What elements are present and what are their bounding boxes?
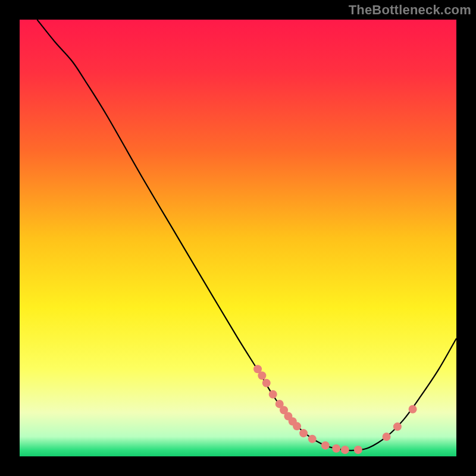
attribution-text: TheBottleneck.com bbox=[349, 2, 471, 18]
data-marker bbox=[258, 371, 266, 380]
gradient-rect bbox=[20, 20, 456, 456]
chart-svg bbox=[20, 20, 456, 456]
data-marker bbox=[293, 422, 301, 430]
data-marker bbox=[332, 444, 340, 453]
data-marker bbox=[321, 441, 330, 450]
data-marker bbox=[308, 435, 317, 443]
chart-frame: TheBottleneck.com bbox=[0, 0, 476, 476]
plot-area bbox=[20, 20, 456, 456]
data-marker bbox=[341, 446, 349, 454]
data-marker bbox=[354, 446, 362, 454]
data-marker bbox=[409, 405, 417, 414]
data-marker bbox=[299, 429, 308, 437]
data-marker bbox=[393, 422, 402, 431]
data-marker bbox=[262, 379, 271, 387]
data-marker bbox=[269, 390, 277, 399]
data-marker bbox=[383, 433, 391, 441]
